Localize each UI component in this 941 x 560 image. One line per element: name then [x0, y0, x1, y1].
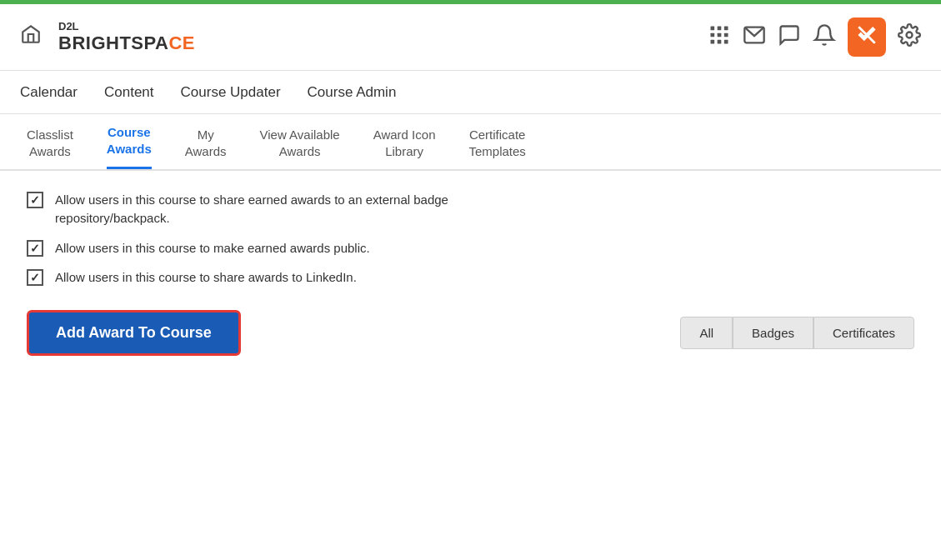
nav-bar: Calendar Content Course Updater Course A…	[0, 71, 941, 114]
tabs-bar: Classlist Awards Course Awards My Awards…	[0, 114, 941, 171]
svg-rect-3	[711, 32, 715, 37]
svg-rect-1	[718, 26, 722, 30]
tab-course-awards[interactable]: Course Awards	[107, 124, 152, 169]
bottom-row: Add Award To Course All Badges Certifica…	[27, 310, 914, 356]
chat-icon[interactable]	[778, 23, 801, 52]
checkbox-list: ✓ Allow users in this course to share ea…	[27, 191, 914, 287]
checkbox-label-3: Allow users in this course to share awar…	[55, 268, 357, 287]
nav-course-updater[interactable]: Course Updater	[181, 72, 281, 112]
settings-icon[interactable]	[898, 23, 921, 52]
svg-rect-8	[724, 39, 728, 43]
logo: D2L BRIGHTSPACE	[58, 21, 195, 52]
logo-brightspace: BRIGHTSPACE	[58, 33, 195, 53]
svg-rect-2	[724, 26, 728, 30]
checkbox-label-1: Allow users in this course to share earn…	[55, 191, 448, 228]
checkbox-label-2: Allow users in this course to make earne…	[55, 239, 370, 258]
svg-rect-0	[711, 26, 715, 30]
active-icon[interactable]	[848, 18, 886, 57]
header-left: D2L BRIGHTSPACE	[20, 21, 195, 52]
checkmark-2: ✓	[30, 242, 40, 255]
nav-calendar[interactable]: Calendar	[20, 72, 78, 112]
bell-icon[interactable]	[813, 23, 836, 52]
svg-rect-4	[718, 32, 722, 37]
checkbox-row-1: ✓ Allow users in this course to share ea…	[27, 191, 914, 228]
tab-classlist-awards[interactable]: Classlist Awards	[27, 127, 73, 169]
filter-all-button[interactable]: All	[680, 317, 733, 349]
checkbox-1[interactable]: ✓	[27, 192, 43, 208]
filter-badges-button[interactable]: Badges	[733, 317, 813, 349]
checkbox-row-2: ✓ Allow users in this course to make ear…	[27, 239, 914, 258]
tab-certificate-templates[interactable]: Certificate Templates	[468, 127, 525, 169]
filter-buttons: All Badges Certificates	[680, 317, 914, 349]
header: D2L BRIGHTSPACE	[0, 4, 941, 71]
checkbox-row-3: ✓ Allow users in this course to share aw…	[27, 268, 914, 287]
logo-d2l: D2L	[58, 21, 195, 32]
svg-rect-5	[724, 32, 728, 37]
content-area: ✓ Allow users in this course to share ea…	[0, 171, 941, 376]
svg-rect-6	[711, 39, 715, 43]
checkmark-3: ✓	[30, 271, 40, 284]
apps-icon[interactable]	[708, 23, 731, 52]
filter-certificates-button[interactable]: Certificates	[813, 317, 914, 349]
tab-view-available-awards[interactable]: View Available Awards	[260, 127, 340, 169]
home-icon[interactable]	[20, 23, 42, 50]
logo-accent: CE	[168, 32, 195, 53]
checkbox-2[interactable]: ✓	[27, 240, 43, 257]
checkmark-1: ✓	[30, 193, 40, 207]
svg-rect-7	[718, 39, 722, 43]
svg-point-10	[907, 32, 913, 38]
add-award-button[interactable]: Add Award To Course	[27, 310, 241, 356]
nav-content[interactable]: Content	[104, 72, 154, 112]
tab-award-icon-library[interactable]: Award Icon Library	[373, 127, 436, 169]
header-right	[708, 18, 921, 57]
tab-my-awards[interactable]: My Awards	[185, 127, 227, 169]
checkbox-3[interactable]: ✓	[27, 269, 43, 286]
nav-course-admin[interactable]: Course Admin	[308, 72, 397, 112]
mail-icon[interactable]	[743, 23, 766, 52]
